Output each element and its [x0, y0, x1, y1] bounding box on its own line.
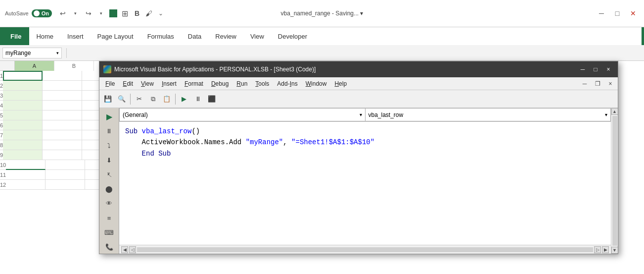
vba-hscrollbar: ◀ ◁ ▷ ▶ — [119, 245, 611, 254]
cell-B3[interactable] — [43, 91, 82, 101]
hscroll-page-right-btn[interactable]: ▷ — [594, 246, 601, 253]
vba-toolbar-break[interactable]: ⏸ — [191, 93, 204, 106]
cell-B6[interactable] — [43, 120, 82, 130]
vba-object-arrow: ▾ — [360, 112, 362, 117]
ribbon-insert[interactable]: Insert — [60, 27, 91, 45]
row-header-12: 12 — [0, 180, 6, 190]
cell-A5[interactable] — [3, 110, 43, 120]
paint-bucket-icon[interactable]: 🖌 — [143, 7, 155, 19]
excel-content: A B 1 2 3 4 — [0, 61, 644, 274]
vba-menu-addins[interactable]: Add-Ins — [273, 79, 301, 88]
vba-menu-help[interactable]: Help — [330, 79, 351, 88]
cell-B10[interactable] — [46, 160, 85, 170]
cell-B8[interactable] — [43, 140, 82, 150]
cell-B9[interactable] — [43, 150, 82, 160]
hscroll-right-btn[interactable]: ▶ — [602, 246, 609, 253]
vba-object-dropdown[interactable]: (General) ▾ — [119, 108, 365, 121]
vba-sidebar-step[interactable]: ⤵ — [102, 139, 116, 152]
vscroll-down-btn[interactable]: ▼ — [611, 247, 618, 254]
cell-A6[interactable] — [3, 120, 43, 130]
vba-inner-restore[interactable]: ❐ — [592, 78, 603, 89]
vba-menu-window[interactable]: Window — [302, 79, 331, 88]
hscroll-left-btn[interactable]: ◀ — [121, 246, 128, 253]
vba-close-btn[interactable]: × — [603, 64, 614, 75]
ribbon-formulas[interactable]: Formulas — [140, 27, 181, 45]
autosave-toggle[interactable]: On — [32, 9, 52, 17]
vba-toolbar-copy[interactable]: ⧉ — [146, 93, 159, 106]
vscroll-up-btn[interactable]: ▲ — [611, 108, 618, 115]
vba-proc-dropdown[interactable]: vba_last_row ▾ — [365, 108, 611, 121]
col-header-B[interactable]: B — [54, 61, 94, 71]
quick-access-square[interactable] — [109, 9, 117, 17]
formula-bar: myRange ▾ — [0, 45, 644, 61]
cell-B12[interactable] — [46, 180, 85, 190]
cell-B2[interactable] — [43, 81, 82, 91]
ribbon-data[interactable]: Data — [181, 27, 208, 45]
redo-dropdown[interactable]: ▾ — [95, 7, 107, 19]
vba-menu-tools[interactable]: Tools — [251, 79, 273, 88]
cell-A3[interactable] — [3, 91, 43, 101]
vba-toolbar-cut[interactable]: ✂ — [133, 93, 145, 106]
vba-sidebar-play[interactable]: ▶ — [102, 110, 116, 123]
vba-sidebar-watch[interactable]: 👁 — [102, 197, 116, 210]
col-header-A[interactable]: A — [15, 61, 54, 71]
vba-menu-edit[interactable]: Edit — [119, 79, 137, 88]
vba-inner-close[interactable]: × — [605, 78, 616, 89]
ribbon-developer[interactable]: Developer — [271, 27, 314, 45]
undo-button[interactable]: ↩ — [57, 7, 69, 19]
vba-sidebar-pause[interactable]: ⏸ — [102, 124, 116, 138]
cell-A11[interactable] — [6, 170, 46, 180]
vba-sidebar-immediate[interactable]: ⌨ — [102, 226, 116, 239]
cell-A7[interactable] — [3, 130, 43, 140]
cell-B4[interactable] — [43, 101, 82, 110]
vba-inner-minimize[interactable]: ─ — [579, 78, 590, 89]
cell-A8[interactable] — [3, 140, 43, 150]
vba-sidebar-step2[interactable]: ⬇ — [102, 154, 116, 167]
vba-menu-debug[interactable]: Debug — [207, 79, 232, 88]
vba-toolbar-search[interactable]: 🔍 — [115, 93, 128, 106]
vba-toolbar-save[interactable]: 💾 — [101, 93, 114, 106]
ribbon-home[interactable]: Home — [29, 27, 60, 45]
cell-B11[interactable] — [46, 170, 85, 180]
vba-minimize-btn[interactable]: ─ — [577, 64, 588, 75]
redo-button[interactable]: ↪ — [83, 7, 94, 19]
more-tools[interactable]: ⌄ — [155, 7, 167, 19]
vba-menu-view[interactable]: View — [137, 79, 158, 88]
undo-dropdown[interactable]: ▾ — [70, 7, 82, 19]
vba-sidebar-step3[interactable]: ⭶ — [102, 168, 116, 181]
vba-sidebar-calls[interactable]: 📞 — [102, 240, 116, 254]
vba-toolbar-reset[interactable]: ⬛ — [205, 93, 218, 106]
cell-B5[interactable] — [43, 110, 82, 120]
cell-A2[interactable] — [3, 81, 43, 91]
ribbon-view[interactable]: View — [243, 27, 271, 45]
vba-toolbar: 💾 🔍 ✂ ⧉ 📋 ▶ ⏸ ⬛ — [99, 90, 618, 108]
vba-toolbar-run[interactable]: ▶ — [178, 93, 190, 106]
hscroll-track[interactable]: ◀ ◁ ▷ ▶ — [119, 246, 611, 253]
cell-A4[interactable] — [3, 101, 43, 110]
bold-button[interactable]: B — [131, 7, 143, 19]
vba-menu-run[interactable]: Run — [232, 79, 251, 88]
restore-excel[interactable]: □ — [611, 7, 623, 19]
vba-sidebar-locals[interactable]: ≡ — [102, 211, 116, 224]
minimize-excel[interactable]: ─ — [596, 7, 607, 19]
ribbon-review[interactable]: Review — [208, 27, 243, 45]
excel-icon-btn[interactable]: ⊞ — [119, 7, 131, 19]
close-excel[interactable]: ✕ — [627, 7, 639, 19]
cell-A12[interactable] — [6, 180, 46, 190]
cell-A10[interactable] — [6, 160, 46, 170]
hscroll-page-left-btn[interactable]: ◁ — [129, 246, 136, 253]
cell-A9[interactable] — [3, 150, 43, 160]
vba-menu-format[interactable]: Format — [181, 79, 207, 88]
vba-code-area[interactable]: Sub vba_last_row() ActiveWorkbook.Names.… — [119, 122, 611, 245]
vba-sidebar-breakpoint[interactable]: ⬤ — [102, 182, 116, 196]
vba-menu-insert[interactable]: Insert — [158, 79, 181, 88]
vba-menu-file[interactable]: File — [101, 79, 119, 88]
vba-toolbar-paste[interactable]: 📋 — [160, 93, 173, 106]
file-button[interactable]: File — [2, 27, 29, 45]
name-box[interactable]: myRange ▾ — [2, 48, 62, 58]
vba-restore-btn[interactable]: □ — [590, 64, 601, 75]
cell-B7[interactable] — [43, 130, 82, 140]
ribbon-page-layout[interactable]: Page Layout — [91, 27, 140, 45]
cell-B1[interactable] — [43, 71, 82, 81]
cell-A1[interactable] — [3, 71, 43, 81]
